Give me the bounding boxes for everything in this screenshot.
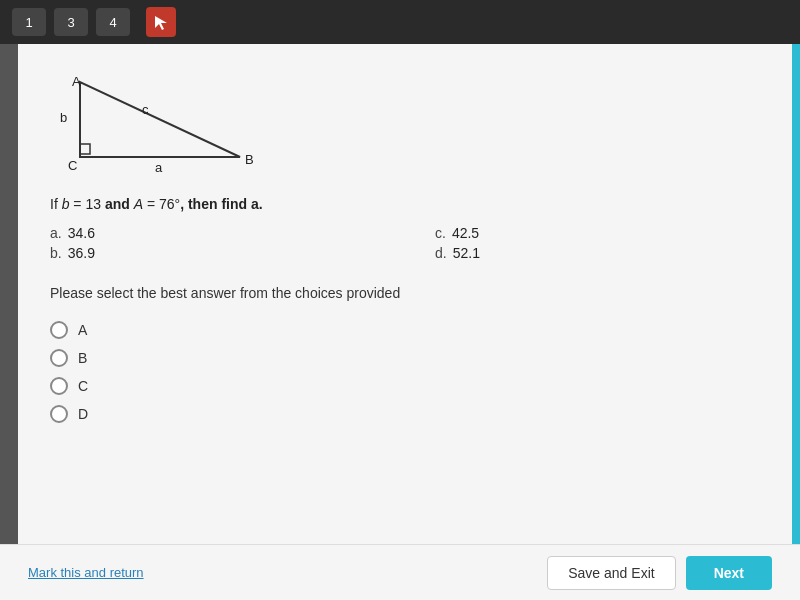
bottom-bar: Mark this and return Save and Exit Next [0,544,800,600]
mark-return-button[interactable]: Mark this and return [28,565,144,580]
answer-choices: a. 34.6 c. 42.5 b. 36.9 d. 52.1 [50,225,760,261]
tab-4[interactable]: 4 [96,8,130,36]
save-exit-button[interactable]: Save and Exit [547,556,675,590]
label-a: A [72,74,81,89]
radio-options: A B C D [50,321,760,423]
label-b-vertex: B [245,152,254,167]
choice-b: b. 36.9 [50,245,375,261]
radio-circle-c[interactable] [50,377,68,395]
choice-c: c. 42.5 [435,225,760,241]
label-a-side: a [155,160,163,175]
bottom-right-buttons: Save and Exit Next [547,556,772,590]
instruction-text: Please select the best answer from the c… [50,285,760,301]
radio-circle-a[interactable] [50,321,68,339]
radio-circle-d[interactable] [50,405,68,423]
choice-a: a. 34.6 [50,225,375,241]
svg-rect-2 [80,144,90,154]
radio-circle-b[interactable] [50,349,68,367]
tab-1[interactable]: 1 [12,8,46,36]
triangle-diagram: A b C a B c [50,72,270,182]
svg-marker-1 [80,82,240,157]
next-button[interactable]: Next [686,556,772,590]
choice-d: d. 52.1 [435,245,760,261]
radio-option-d[interactable]: D [50,405,760,423]
tab-3[interactable]: 3 [54,8,88,36]
cursor-icon [146,7,176,37]
main-content: A b C a B c If b = 13 and A = 76°, then … [0,44,800,544]
radio-option-c[interactable]: C [50,377,760,395]
toolbar: 1 3 4 [0,0,800,44]
label-c-side: c [142,102,149,117]
question-area: A b C a B c If b = 13 and A = 76°, then … [18,44,792,544]
label-c: C [68,158,77,173]
right-edge [792,44,800,544]
svg-marker-0 [155,16,167,30]
radio-option-a[interactable]: A [50,321,760,339]
label-b: b [60,110,67,125]
question-text: If b = 13 and A = 76°, then find a. [50,194,760,215]
left-sidebar [0,44,18,544]
radio-option-b[interactable]: B [50,349,760,367]
